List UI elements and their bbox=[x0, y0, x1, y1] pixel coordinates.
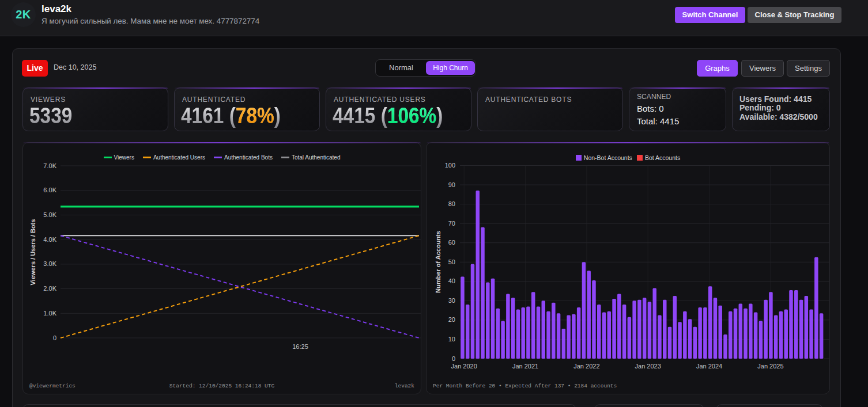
svg-text:Viewers / Users / Bots: Viewers / Users / Bots bbox=[29, 219, 36, 286]
svg-text:5.0K: 5.0K bbox=[43, 211, 56, 218]
svg-text:70: 70 bbox=[448, 220, 455, 227]
svg-text:Number of Accounts: Number of Accounts bbox=[435, 231, 441, 293]
svg-text:100: 100 bbox=[445, 162, 455, 169]
svg-text:50: 50 bbox=[448, 258, 455, 265]
svg-text:0: 0 bbox=[53, 334, 56, 341]
svg-text:4.0K: 4.0K bbox=[43, 236, 56, 243]
svg-text:Jan 2021: Jan 2021 bbox=[512, 363, 538, 370]
svg-text:Jan 2022: Jan 2022 bbox=[573, 363, 599, 370]
svg-text:30: 30 bbox=[448, 297, 455, 304]
svg-text:2.0K: 2.0K bbox=[43, 285, 56, 292]
svg-text:40: 40 bbox=[448, 277, 455, 284]
svg-text:16:25: 16:25 bbox=[292, 343, 308, 350]
svg-text:Jan 2023: Jan 2023 bbox=[635, 363, 661, 370]
svg-text:60: 60 bbox=[448, 239, 455, 246]
svg-text:Jan 2025: Jan 2025 bbox=[757, 363, 783, 370]
svg-text:Jan 2024: Jan 2024 bbox=[696, 363, 722, 370]
svg-text:1.0K: 1.0K bbox=[43, 310, 56, 317]
svg-text:0: 0 bbox=[452, 355, 455, 362]
svg-text:7.0K: 7.0K bbox=[43, 162, 56, 169]
svg-text:10: 10 bbox=[448, 336, 455, 343]
svg-text:Jan 2020: Jan 2020 bbox=[451, 363, 477, 370]
svg-text:3.0K: 3.0K bbox=[43, 260, 56, 267]
svg-text:20: 20 bbox=[448, 316, 455, 323]
svg-text:6.0K: 6.0K bbox=[43, 187, 56, 193]
svg-text:80: 80 bbox=[448, 200, 455, 207]
svg-text:90: 90 bbox=[448, 181, 455, 188]
